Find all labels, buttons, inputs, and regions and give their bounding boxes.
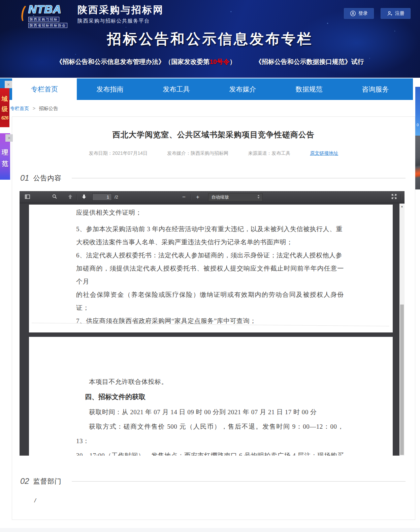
search-button[interactable] [50,193,59,202]
breadcrumb-current: 招标公告 [39,106,58,111]
ad-close-icon[interactable]: × [5,134,13,142]
pdf-text-line: 获取时间：从 2021 年 07 月 14 日 09 时 00 分到 2021 … [76,405,344,419]
section-supervision: 02 监督部门 [20,476,406,486]
scrollbar-thumb[interactable] [400,305,404,455]
ad-text: 0 [417,123,419,127]
footer-strip [0,528,420,532]
tab-publish-guide[interactable]: 发布指南 [77,78,143,100]
zoom-mode-value: 自动缩放 [212,194,229,200]
user-circle-icon [350,10,356,16]
tab-publish-media[interactable]: 发布媒介 [209,78,276,100]
section-title: 公告内容 [33,174,62,183]
pdf-text-line: 6、法定代表人授权委托书：法定代表人参加磋商的，须出示身份证；法定代表人授权他人… [76,249,344,262]
sidebar-toggle-button[interactable] [23,193,32,202]
banner-title: 招标公告和公示信息发布专栏 [0,30,420,48]
section-title: 监督部门 [33,477,62,486]
right-ad-banner-blue[interactable]: 0 [415,87,420,136]
supervision-value: / [34,497,415,504]
pdf-text-line: 获取方式：磋商文件售价 500 元（人民币），售后不退。发售时间 9：00—12… [76,419,344,448]
fullscreen-button[interactable] [390,193,398,202]
scrollbar-up-arrow[interactable]: ▲ [399,204,405,209]
section-divider [72,481,406,482]
register-button[interactable]: 注册 [381,8,411,19]
original-link[interactable]: 原文链接地址 [310,150,338,156]
pdf-scrollbar: ▲ [399,204,405,456]
toolbar-separator [191,194,191,200]
tab-publish-tools[interactable]: 发布工具 [143,78,209,100]
site-logo: NTBA 陕西采购与招标 陕西省招标投标协会 陕西采购与招标网 陕西采购与招标公… [20,3,164,25]
section-number: 01 [20,173,29,183]
pdf-page-1: 应提供相关文件证明； 5、参加本次采购活动前 3 年内在经营活动中没有重大违纪，… [29,205,393,332]
plus-icon: + [196,194,199,200]
breadcrumb: 专栏首页 > 招标公告 [10,106,58,112]
article-title: 西北大学阅览室、公共区域书架采购项目竞争性磋商公告 [12,130,415,140]
site-subtitle: 陕西采购与招标公共服务平台 [77,18,164,24]
site-name: 陕西采购与招标网 [77,3,164,17]
page-number-input[interactable] [92,193,112,201]
main-navbar: 专栏首页 发布指南 发布工具 发布媒介 数据规范 咨询服务 [0,78,413,100]
pdf-text-line: 本项目不允许联合体投标。 [76,375,344,389]
pdf-text-line: 加磋商的，须提供法定代表人授权委托书、被授权人提交响应文件截止时间前半年内任意一… [76,262,344,288]
ad-text: 626 [1,115,8,120]
article-meta: 发布日期：2021年07月14日 发布媒介：陕西采购与招标网 来源渠道：发布工具… [12,150,415,156]
arrow-down-icon [81,194,87,201]
section-divider [72,178,406,178]
right-ad-banner-dark[interactable] [415,136,420,189]
ad-text: 范 [2,159,8,168]
toolbar-separator [77,194,77,200]
toolbar-separator [401,194,401,200]
previous-page-button[interactable] [66,193,74,202]
pdf-text-line: 大税收违法案件当事人名单、采购严重违法失信行为记录名单的书面声明； [76,236,344,249]
notice-red-text: 10号令 [209,58,229,65]
zoom-out-button[interactable]: − [180,193,188,202]
pdf-page-2: 本项目不允许联合体投标。 四、招标文件的获取 获取时间：从 2021 年 07 … [29,337,393,456]
arrow-up-icon [67,194,73,201]
next-page-button[interactable] [79,193,88,202]
notice-part2: ） [229,58,236,65]
logo-line-2: 陕西省招标投标协会 [28,23,67,28]
content-card: 西北大学阅览室、公共区域书架采购项目竞争性磋商公告 发布日期：2021年07月1… [12,116,415,520]
logo-graphic: NTBA 陕西采购与招标 陕西省招标投标协会 [20,3,73,25]
tab-data-standards[interactable]: 数据规范 [276,78,342,100]
source-channel: 来源渠道：发布工具 [248,150,290,156]
pdf-viewer: /2 − + 自动缩放 应提供 [20,191,405,456]
left-ad-banner-red[interactable]: 域 级 626 [0,88,9,127]
login-label: 登录 [358,10,368,16]
logo-line-1: 陕西采购与招标 [28,17,59,22]
login-button[interactable]: 登录 [344,8,374,19]
breadcrumb-separator: > [33,106,35,111]
pdf-text-line: 的社会保障资金（养老保险或医疗保险）缴纳证明或有效期内的劳动合同及被授权人身份证… [76,288,344,314]
zoom-in-button[interactable]: + [193,193,202,202]
pdf-text-line: 5、参加本次采购活动前 3 年内在经营活动中没有重大违纪，以及未被列入失信被执行… [76,222,344,236]
page-total: /2 [115,194,118,200]
user-plus-icon [387,10,393,16]
zoom-mode-select[interactable]: 自动缩放 [208,193,263,201]
breadcrumb-home-link[interactable]: 专栏首页 [10,106,29,111]
minus-icon: − [182,194,186,200]
logo-acronym: NTBA [28,3,73,16]
pdf-toolbar: /2 − + 自动缩放 [20,191,405,203]
ad-text: 理 [2,148,8,157]
section-announcement-content: 01 公告内容 [20,173,406,183]
page: NTBA 陕西采购与招标 陕西省招标投标协会 陕西采购与招标网 陕西采购与招标公… [0,0,420,532]
pdf-document-area: 应提供相关文件证明； 5、参加本次采购活动前 3 年内在经营活动中没有重大违纪，… [20,204,399,456]
pdf-text-line: 应提供相关文件证明； [76,206,344,219]
notice-part1: 《招标公告和公示信息发布管理办法》（国家发改委第 [56,58,209,65]
ad-close-icon[interactable]: × [5,81,12,88]
publish-date: 发布日期：2021年07月14日 [89,150,148,156]
section-number: 02 [20,476,29,486]
pdf-text-line: 30—17:00（工作时间），发售地点：西安市红缨路南口 6 号均明拍卖广场 4… [76,448,344,456]
ad-text: 级 [2,105,8,113]
sidebar-toggle-icon [25,194,30,201]
spinner-arrows-icon [257,194,260,200]
publish-media: 发布媒介：陕西采购与招标网 [167,150,228,156]
regulation-notice: 《招标公告和公示信息发布管理办法》（国家发改委第10号令） 《招标公告和公示数据… [0,58,420,66]
pdf-section-heading: 四、招标文件的获取 [76,390,344,404]
tab-consulting-service[interactable]: 咨询服务 [342,78,409,100]
tab-column-home[interactable]: 专栏首页 [12,78,77,100]
notice-part3: 《招标公告和公示数据接口规范》试行 [255,58,364,65]
fullscreen-icon [391,193,397,201]
hero-banner: NTBA 陕西采购与招标 陕西省招标投标协会 陕西采购与招标网 陕西采购与招标公… [0,0,420,78]
ad-text: 域 [2,95,8,103]
search-icon [52,194,57,200]
